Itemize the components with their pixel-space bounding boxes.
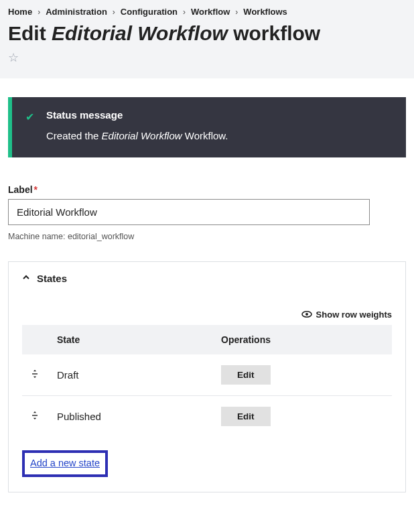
machine-name-label: Machine name: (8, 232, 68, 241)
table-row: Draft Edit (22, 354, 392, 396)
state-name: Published (49, 395, 213, 437)
edit-button[interactable]: Edit (221, 365, 271, 385)
drag-handle-icon[interactable] (30, 369, 40, 381)
label-field-label: Label* (8, 184, 406, 195)
table-header-handle (22, 325, 49, 354)
chevron-right-icon: › (235, 7, 238, 17)
machine-name-text: Machine name: editorial_workflow (8, 232, 406, 241)
page-title: Edit Editorial Workflow workflow (8, 21, 406, 46)
chevron-right-icon: › (113, 7, 115, 17)
label-input[interactable] (8, 199, 370, 225)
star-icon[interactable]: ☆ (8, 50, 19, 65)
edit-button[interactable]: Edit (221, 407, 271, 426)
breadcrumb-item-workflows[interactable]: Workflows (243, 7, 287, 17)
show-row-weights-link[interactable]: Show row weights (316, 310, 392, 320)
breadcrumb-item-workflow[interactable]: Workflow (191, 7, 230, 17)
label-text: Label (8, 184, 33, 195)
add-new-state-link[interactable]: Add a new state (30, 458, 100, 468)
status-prefix: Created the (46, 130, 102, 141)
required-mark: * (34, 184, 38, 195)
table-row: Published Edit (22, 395, 392, 437)
state-name: Draft (49, 354, 213, 396)
eye-icon (301, 310, 312, 320)
states-table: State Operations Dr (22, 325, 392, 437)
status-body: Status message Created the Editorial Wor… (46, 109, 393, 141)
breadcrumb-item-configuration[interactable]: Configuration (121, 7, 178, 17)
svg-rect-2 (32, 373, 38, 374)
chevron-right-icon: › (183, 7, 186, 17)
breadcrumb: Home › Administration › Configuration › … (8, 7, 406, 17)
page-title-em: Editorial Workflow (52, 22, 228, 44)
svg-rect-3 (32, 415, 38, 415)
table-header-state: State (49, 325, 213, 354)
status-em: Editorial Workflow (102, 130, 182, 141)
breadcrumb-item-home[interactable]: Home (8, 7, 32, 17)
chevron-up-icon (22, 273, 30, 283)
machine-name-value: editorial_workflow (68, 232, 134, 241)
drag-handle-icon[interactable] (30, 411, 40, 422)
breadcrumb-item-administration[interactable]: Administration (46, 7, 107, 17)
check-icon: ✔ (25, 111, 34, 141)
table-header-operations: Operations (213, 325, 392, 354)
page-title-prefix: Edit (8, 22, 52, 44)
states-summary-label: States (37, 273, 67, 284)
add-state-highlight: Add a new state (22, 450, 108, 477)
page-title-suffix: workflow (228, 22, 320, 44)
status-message: ✔ Status message Created the Editorial W… (8, 97, 406, 157)
status-suffix: Workflow. (182, 130, 228, 141)
svg-point-1 (305, 313, 308, 316)
status-heading: Status message (46, 109, 393, 121)
states-summary[interactable]: States (22, 273, 392, 284)
states-section: States Show row weights State Operations (8, 261, 406, 492)
chevron-right-icon: › (38, 7, 40, 17)
status-text: Created the Editorial Workflow Workflow. (46, 130, 393, 141)
